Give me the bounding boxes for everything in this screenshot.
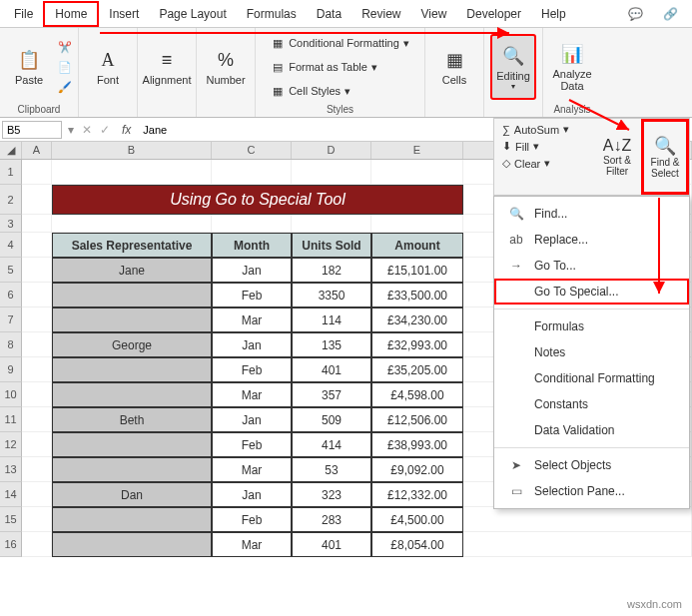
cell-rep[interactable]: [52, 357, 212, 382]
cell-rep[interactable]: [52, 507, 212, 532]
cell-rep[interactable]: [52, 283, 212, 308]
menu-selection-pane[interactable]: ▭Selection Pane...: [494, 478, 689, 504]
format-painter-button[interactable]: 🖌️: [58, 78, 72, 96]
analyze-data-button[interactable]: 📊 Analyze Data: [549, 34, 595, 100]
sort-filter-button[interactable]: A↓Z Sort & Filter: [593, 119, 641, 195]
cell[interactable]: [22, 432, 52, 457]
autosum-button[interactable]: ∑ AutoSum ▾: [502, 123, 585, 136]
cell[interactable]: [22, 532, 52, 557]
cell[interactable]: [22, 332, 52, 357]
tab-data[interactable]: Data: [307, 3, 351, 25]
cell[interactable]: [52, 215, 212, 233]
cell-month[interactable]: Feb: [212, 432, 292, 457]
table-header[interactable]: Units Sold: [292, 233, 371, 258]
menu-select-objects[interactable]: ➤Select Objects: [494, 452, 689, 478]
tab-help[interactable]: Help: [531, 3, 576, 25]
row-header[interactable]: 8: [0, 332, 22, 357]
cell-units[interactable]: 509: [292, 407, 371, 432]
cell-amount[interactable]: £34,230.00: [371, 308, 463, 332]
cell[interactable]: [292, 215, 371, 233]
cell[interactable]: [22, 382, 52, 407]
cell-amount[interactable]: £4,500.00: [371, 507, 463, 532]
comments-icon[interactable]: 💬: [618, 3, 653, 25]
cell[interactable]: [22, 507, 52, 532]
col-C[interactable]: C: [212, 142, 292, 159]
fx-cancel-icon[interactable]: ✕: [78, 123, 96, 137]
col-D[interactable]: D: [292, 142, 371, 159]
cell-month[interactable]: Feb: [212, 283, 292, 308]
row-header[interactable]: 14: [0, 482, 22, 507]
menu-goto[interactable]: →Go To...: [494, 253, 689, 279]
row-header[interactable]: 12: [0, 432, 22, 457]
fill-button[interactable]: ⬇ Fill ▾: [502, 140, 585, 153]
conditional-formatting-button[interactable]: ▦Conditional Formatting ▾: [271, 34, 409, 52]
cell-styles-button[interactable]: ▦Cell Styles ▾: [271, 82, 409, 100]
cell[interactable]: [22, 308, 52, 332]
cell[interactable]: [22, 258, 52, 283]
cell-amount[interactable]: £33,500.00: [371, 283, 463, 308]
cell[interactable]: [371, 215, 463, 233]
editing-button[interactable]: 🔍 Editing ▾: [490, 34, 536, 100]
cell-amount[interactable]: £12,506.00: [371, 407, 463, 432]
cell-units[interactable]: 283: [292, 507, 371, 532]
copy-button[interactable]: 📄: [58, 58, 72, 76]
cell[interactable]: [463, 507, 692, 532]
cell[interactable]: [22, 457, 52, 482]
cell-rep[interactable]: Beth: [52, 407, 212, 432]
tab-review[interactable]: Review: [351, 3, 410, 25]
dropdown-icon[interactable]: ▾: [64, 123, 78, 137]
menu-data-validation[interactable]: Data Validation: [494, 417, 689, 443]
cell-amount[interactable]: £38,993.00: [371, 432, 463, 457]
cell-amount[interactable]: £8,054.00: [371, 532, 463, 557]
row-header[interactable]: 1: [0, 160, 22, 185]
cell-units[interactable]: 135: [292, 332, 371, 357]
cell[interactable]: [463, 532, 692, 557]
tab-view[interactable]: View: [411, 3, 457, 25]
cell-month[interactable]: Mar: [212, 457, 292, 482]
cell[interactable]: [22, 185, 52, 215]
menu-constants[interactable]: Constants: [494, 391, 689, 417]
tab-page-layout[interactable]: Page Layout: [149, 3, 236, 25]
format-as-table-button[interactable]: ▤Format as Table ▾: [271, 58, 409, 76]
cell[interactable]: [22, 283, 52, 308]
table-header[interactable]: Sales Representative: [52, 233, 212, 258]
row-header[interactable]: 10: [0, 382, 22, 407]
cell-month[interactable]: Feb: [212, 357, 292, 382]
cell-month[interactable]: Mar: [212, 532, 292, 557]
cell-month[interactable]: Mar: [212, 308, 292, 332]
row-header[interactable]: 2: [0, 185, 22, 215]
cell-rep[interactable]: George: [52, 332, 212, 357]
row-header[interactable]: 15: [0, 507, 22, 532]
cell-rep[interactable]: Dan: [52, 482, 212, 507]
cell-rep[interactable]: [52, 457, 212, 482]
cell[interactable]: [212, 160, 292, 185]
fx-icon[interactable]: fx: [114, 123, 139, 137]
tab-home[interactable]: Home: [43, 1, 99, 27]
cell-amount[interactable]: £4,598.00: [371, 382, 463, 407]
tab-file[interactable]: File: [4, 3, 43, 25]
cells-button[interactable]: ▦ Cells: [431, 34, 477, 100]
menu-find[interactable]: 🔍Find...: [494, 201, 689, 227]
share-icon[interactable]: 🔗: [653, 3, 688, 25]
menu-notes[interactable]: Notes: [494, 339, 689, 365]
cell-month[interactable]: Jan: [212, 332, 292, 357]
col-E[interactable]: E: [371, 142, 463, 159]
menu-goto-special[interactable]: Go To Special...: [494, 279, 689, 305]
cell[interactable]: [22, 215, 52, 233]
cell-amount[interactable]: £32,993.00: [371, 332, 463, 357]
cell-rep[interactable]: [52, 382, 212, 407]
alignment-button[interactable]: ≡ Alignment: [144, 34, 190, 100]
menu-formulas[interactable]: Formulas: [494, 313, 689, 339]
table-header[interactable]: Amount: [371, 233, 463, 258]
cell-rep[interactable]: Jane: [52, 258, 212, 283]
cell[interactable]: [212, 215, 292, 233]
cell[interactable]: [371, 160, 463, 185]
cell-month[interactable]: Feb: [212, 507, 292, 532]
row-header[interactable]: 5: [0, 258, 22, 283]
number-button[interactable]: % Number: [203, 34, 249, 100]
cell-units[interactable]: 182: [292, 258, 371, 283]
tab-developer[interactable]: Developer: [456, 3, 531, 25]
cell-rep[interactable]: [52, 308, 212, 332]
cell-rep[interactable]: [52, 432, 212, 457]
cell-units[interactable]: 53: [292, 457, 371, 482]
